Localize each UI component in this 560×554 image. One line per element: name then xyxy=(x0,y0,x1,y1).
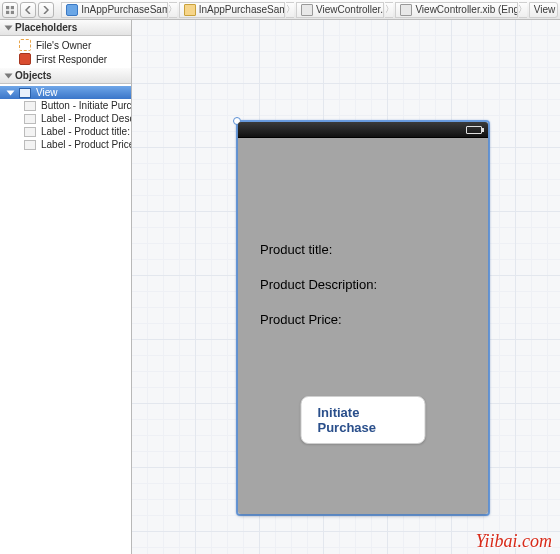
files-owner-item[interactable]: File's Owner xyxy=(0,38,131,52)
svg-rect-0 xyxy=(6,5,9,8)
status-bar xyxy=(238,122,488,138)
folder-icon xyxy=(184,4,196,16)
label-price-item[interactable]: Label - Product Price: xyxy=(0,138,131,151)
root-view[interactable]: Product title: Product Description: Prod… xyxy=(238,122,488,514)
objects-body: View Button - Initiate Purc… Label - Pro… xyxy=(0,84,131,153)
breadcrumb-separator: 〉 xyxy=(519,2,527,18)
svg-rect-1 xyxy=(11,5,14,8)
breadcrumb-label: View xyxy=(534,4,556,15)
view-icon xyxy=(19,88,31,98)
initiate-purchase-button[interactable]: Initiate Purchase xyxy=(301,396,426,444)
watermark: Yiibai.com xyxy=(476,531,552,552)
chevron-left-icon xyxy=(25,6,31,14)
label-icon xyxy=(24,140,36,150)
xib-icon xyxy=(400,4,412,16)
ib-canvas[interactable]: Product title: Product Description: Prod… xyxy=(132,20,560,554)
breadcrumb-separator: 〉 xyxy=(169,2,177,18)
breadcrumb-separator: 〉 xyxy=(385,2,393,18)
placeholders-section-header[interactable]: Placeholders xyxy=(0,20,131,36)
disclosure-triangle-icon xyxy=(5,25,13,30)
item-label: Label - Product title: xyxy=(41,126,130,137)
battery-icon xyxy=(466,126,482,134)
item-label: Label - Product Price: xyxy=(41,139,131,150)
grid-icon xyxy=(6,5,14,15)
breadcrumb-separator: 〉 xyxy=(286,2,294,18)
svg-rect-3 xyxy=(11,10,14,13)
view-item[interactable]: View xyxy=(0,86,131,99)
disclosure-triangle-icon[interactable] xyxy=(6,89,14,97)
disclosure-triangle-icon xyxy=(5,73,13,78)
first-responder-item[interactable]: First Responder xyxy=(0,52,131,66)
item-label: Button - Initiate Purc… xyxy=(41,100,131,111)
breadcrumb-item-xib[interactable]: ViewController.xib xyxy=(296,2,384,18)
breadcrumb-item-project[interactable]: InAppPurchaseSample xyxy=(61,2,167,18)
back-button[interactable] xyxy=(20,2,36,18)
forward-button[interactable] xyxy=(38,2,54,18)
item-label: View xyxy=(36,87,58,98)
breadcrumb-item-view[interactable]: View xyxy=(529,2,558,18)
button-icon xyxy=(24,101,36,111)
breadcrumb-label: InAppPurchaseSample xyxy=(199,4,285,15)
section-title: Objects xyxy=(15,70,52,81)
project-icon xyxy=(66,4,78,16)
breadcrumb-item-xib-lang[interactable]: ViewController.xib (English) xyxy=(395,2,517,18)
xib-icon xyxy=(301,4,313,16)
item-label: First Responder xyxy=(36,54,107,65)
item-label: Label - Product Descr… xyxy=(41,113,131,124)
item-label: File's Owner xyxy=(36,40,91,51)
product-price-label[interactable]: Product Price: xyxy=(260,312,342,327)
label-title-item[interactable]: Label - Product title: xyxy=(0,125,131,138)
label-description-item[interactable]: Label - Product Descr… xyxy=(0,112,131,125)
related-items-button[interactable] xyxy=(2,2,18,18)
label-icon xyxy=(24,127,36,137)
product-title-label[interactable]: Product title: xyxy=(260,242,332,257)
placeholders-body: File's Owner First Responder xyxy=(0,36,131,68)
files-owner-icon xyxy=(19,39,31,51)
chevron-right-icon xyxy=(43,6,49,14)
main-area: Placeholders File's Owner First Responde… xyxy=(0,20,560,554)
section-title: Placeholders xyxy=(15,22,77,33)
label-icon xyxy=(24,114,36,124)
svg-rect-2 xyxy=(6,10,9,13)
breadcrumb-label: ViewController.xib xyxy=(316,4,384,15)
button-item[interactable]: Button - Initiate Purc… xyxy=(0,99,131,112)
document-outline: Placeholders File's Owner First Responde… xyxy=(0,20,132,554)
breadcrumb-label: ViewController.xib (English) xyxy=(415,4,517,15)
breadcrumb-item-folder[interactable]: InAppPurchaseSample xyxy=(179,2,285,18)
objects-section-header[interactable]: Objects xyxy=(0,68,131,84)
first-responder-icon xyxy=(19,53,31,65)
product-description-label[interactable]: Product Description: xyxy=(260,277,377,292)
breadcrumb-label: InAppPurchaseSample xyxy=(81,4,167,15)
toolbar: InAppPurchaseSample 〉 InAppPurchaseSampl… xyxy=(0,0,560,20)
